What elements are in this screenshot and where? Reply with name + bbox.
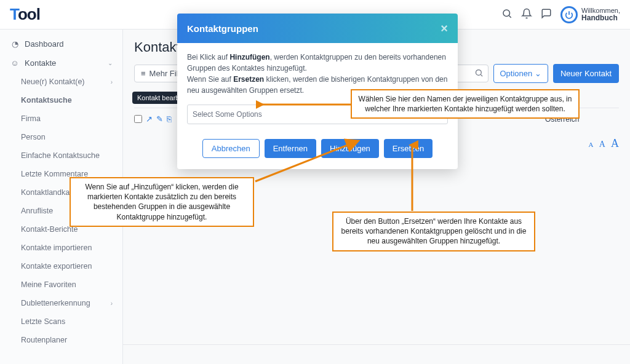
sidebar-item-kontakte[interactable]: ☺Kontakte⌄ — [0, 53, 122, 73]
top-icons: Willkommen, Handbuch — [501, 6, 620, 23]
annotation-replace: Über den Button „Ersetzen“ werden Ihre K… — [332, 212, 535, 251]
chevron-right-icon: › — [111, 300, 113, 307]
sidebar-item-export[interactable]: Kontakte exportieren — [0, 257, 122, 275]
sidebar-item-person[interactable]: Person — [0, 128, 122, 146]
new-contact-button[interactable]: Neuer Kontakt — [553, 64, 619, 83]
options-button[interactable]: Optionen ⌄ — [493, 64, 548, 83]
row-checkbox[interactable] — [134, 115, 142, 123]
sidebar-item-simple-search[interactable]: Einfache Kontaktsuche — [0, 146, 122, 165]
chevron-down-icon: ⌄ — [535, 69, 541, 78]
svg-line-4 — [480, 74, 482, 76]
search-icon[interactable] — [501, 8, 512, 21]
chevron-right-icon: › — [111, 79, 113, 85]
sidebar-item-scans[interactable]: Letzte Scans — [0, 312, 122, 331]
edit-icon[interactable]: ✎ — [156, 114, 163, 124]
sidebar-item-favorites[interactable]: Meine Favoriten — [0, 275, 122, 294]
sidebar-item-kontaktsuche[interactable]: Kontaktsuche — [0, 91, 122, 109]
copy-icon[interactable]: ⎘ — [167, 114, 172, 124]
bell-icon[interactable] — [521, 8, 532, 21]
cancel-button[interactable]: Abbrechen — [202, 139, 260, 158]
modal-header: Kontaktgruppen × — [177, 14, 458, 43]
modal-actions: Abbrechen Entfernen Hinzufügen Ersetzen — [177, 133, 458, 169]
replace-button[interactable]: Ersetzen — [384, 139, 433, 158]
sidebar-item-dashboard[interactable]: ◔Dashboard — [0, 34, 122, 53]
sidebar-item-firma[interactable]: Firma — [0, 109, 122, 128]
annotation-select: Wählen Sie hier den Namen der jeweiligen… — [351, 89, 580, 119]
sidebar-item-new-contact[interactable]: Neue(r) Kontakt(e)› — [0, 73, 122, 91]
sidebar-item-dedupe[interactable]: Dublettenerkennung› — [0, 294, 122, 312]
user-icon: ☺ — [10, 58, 20, 68]
welcome-username: Handbuch — [581, 14, 618, 22]
modal-title: Kontaktgruppen — [187, 23, 258, 34]
footer-bar — [123, 344, 630, 364]
svg-point-0 — [503, 10, 510, 17]
modal-body: Bei Klick auf Hinzufügen, werden Kontakt… — [177, 43, 458, 133]
chat-icon[interactable] — [541, 8, 552, 21]
open-icon[interactable]: ↗ — [146, 114, 153, 124]
font-size-control[interactable]: A A A — [584, 137, 619, 150]
svg-point-3 — [476, 70, 481, 76]
close-icon[interactable]: × — [441, 22, 448, 34]
filter-icon: ≡ — [141, 69, 146, 78]
svg-line-1 — [509, 15, 511, 17]
annotation-add: Wenn Sie auf „Hinzufügen“ klicken, werde… — [70, 177, 254, 227]
gauge-icon: ◔ — [10, 39, 20, 49]
remove-button[interactable]: Entfernen — [265, 139, 316, 158]
welcome-box[interactable]: Willkommen, Handbuch — [560, 6, 620, 23]
chevron-down-icon: ⌄ — [108, 60, 113, 66]
add-button[interactable]: Hinzufügen — [321, 139, 379, 158]
sidebar-item-import[interactable]: Kontakte importieren — [0, 239, 122, 257]
search-icon[interactable] — [474, 68, 484, 79]
power-icon — [560, 6, 578, 23]
brand-logo: Tool — [10, 5, 40, 24]
sidebar-item-routes[interactable]: Routenplaner — [0, 331, 122, 349]
